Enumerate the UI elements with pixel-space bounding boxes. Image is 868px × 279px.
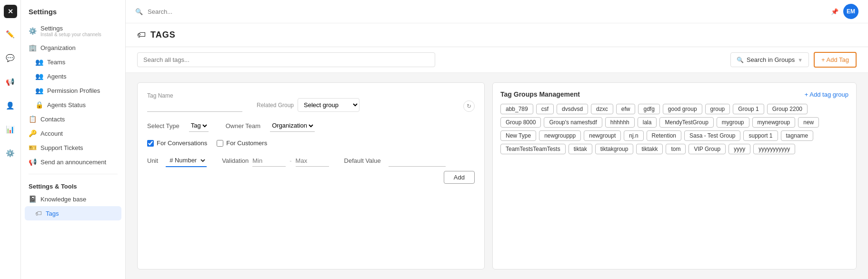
tag-group-chip[interactable]: support 1: [743, 130, 778, 141]
search-icon: 🔍: [135, 8, 143, 15]
contacts-nav-icon: 📋: [29, 115, 37, 123]
chevron-down-icon: ▼: [798, 57, 803, 63]
tag-group-chip[interactable]: hhhhhh: [605, 117, 635, 128]
account-label: Account: [40, 130, 63, 137]
related-group-label: Related Group: [257, 102, 294, 109]
type-select[interactable]: Tag: [189, 120, 209, 132]
tag-group-chip[interactable]: Group 1: [733, 104, 764, 114]
for-customers-checkbox[interactable]: [217, 140, 223, 147]
min-input[interactable]: [252, 155, 286, 167]
sidebar-item-tags[interactable]: 🏷 Tags: [25, 206, 121, 220]
sidebar-item-settings[interactable]: ⚙️ Settings Install & setup your channel…: [21, 21, 125, 40]
icon-bar: ✕ ✏️ 💬 📢 👤 📊 ⚙️: [0, 0, 21, 279]
tag-group-chip[interactable]: nj.n: [624, 130, 643, 141]
global-search-input[interactable]: [148, 8, 826, 15]
tag-group-chip[interactable]: Group's namesfsdf: [544, 117, 602, 128]
search-in-groups-button[interactable]: 🔍 Search in Groups ▼: [730, 52, 809, 67]
sidebar-item-account[interactable]: 🔑 Account: [21, 126, 125, 140]
add-tag-group-link[interactable]: + Add tag group: [805, 91, 848, 98]
sidebar-item-teams[interactable]: 👥 Teams: [21, 55, 125, 69]
tag-group-chip[interactable]: newgroupt: [584, 130, 621, 141]
avatar: EM: [843, 4, 858, 19]
sidebar-item-agents[interactable]: 👥 Agents: [21, 69, 125, 83]
contacts-label: Contacts: [40, 116, 65, 123]
tag-group-chip[interactable]: efw: [616, 104, 636, 114]
tag-group-chip[interactable]: Group 2200: [767, 104, 808, 114]
search-tags-input[interactable]: [137, 52, 435, 67]
tag-groups-title: Tag Groups Management: [500, 90, 580, 98]
select-type-label: Select Type: [147, 122, 180, 130]
unit-select[interactable]: # Number: [166, 154, 207, 167]
tag-group-chip[interactable]: tagname: [781, 130, 814, 141]
tag-group-chip[interactable]: Group 8000: [500, 117, 541, 128]
tag-group-chip[interactable]: gdfg: [638, 104, 659, 114]
tag-group-chip[interactable]: csf: [536, 104, 554, 114]
tag-group-chip[interactable]: abb_789: [500, 104, 533, 114]
sidebar-item-knowledge-base[interactable]: 📓 Knowledge base: [21, 192, 125, 206]
tag-group-chip[interactable]: yyyyyyyyyyy: [753, 144, 795, 154]
tag-group-chip[interactable]: dvsdvsd: [557, 104, 588, 114]
owner-team-label: Owner Team: [226, 122, 260, 130]
tag-name-field: Tag Name: [147, 92, 242, 112]
tag-group-chip[interactable]: VIP Group: [688, 144, 726, 154]
form-close-button[interactable]: ↻: [463, 100, 475, 112]
settings-label: Settings: [40, 25, 101, 32]
edit-icon-btn[interactable]: ✏️: [3, 27, 18, 42]
tag-group-chip[interactable]: MendyTestGroup: [659, 117, 713, 128]
chart-icon-btn[interactable]: 📊: [3, 122, 18, 137]
chat-icon-btn[interactable]: 💬: [3, 50, 18, 66]
tag-group-chip[interactable]: group: [705, 104, 730, 114]
tag-group-chip[interactable]: lala: [638, 117, 657, 128]
sidebar-item-organization[interactable]: 🏢 Organization: [21, 40, 125, 55]
sidebar-item-send-announcement[interactable]: 📢 Send an announcement: [21, 155, 125, 169]
tag-group-chip[interactable]: new: [798, 117, 819, 128]
settings-icon-btn[interactable]: ⚙️: [3, 146, 18, 161]
contacts-icon-btn[interactable]: 👤: [3, 98, 18, 113]
for-conversations-checkbox[interactable]: [147, 140, 154, 147]
tag-group-chip[interactable]: mygroup: [717, 117, 749, 128]
form-row-3: For Conversations For Customers: [147, 140, 475, 147]
tag-group-chip[interactable]: yyyy: [728, 144, 750, 154]
knowledge-base-icon: 📓: [29, 195, 37, 203]
pin-icon: 📌: [831, 8, 838, 15]
sidebar-item-support-tickets[interactable]: 🎫 Support Tickets: [21, 140, 125, 155]
org-label: Organization: [40, 44, 76, 51]
tag-group-chip[interactable]: tiktakk: [636, 144, 663, 154]
for-conversations-checkbox-label[interactable]: For Conversations: [147, 140, 207, 147]
tag-group-chip[interactable]: Sasa - Test Group: [684, 130, 741, 141]
sidebar-item-agents-status[interactable]: 🔒 Agents Status: [21, 98, 125, 112]
permission-icon: 👥: [35, 87, 43, 94]
form-add-button[interactable]: Add: [444, 171, 475, 184]
tag-group-chip[interactable]: New Type: [500, 130, 536, 141]
tag-group-chip[interactable]: TeamTestsTeamTests: [500, 144, 566, 154]
default-value-label: Default Value: [344, 157, 381, 164]
tag-group-chip[interactable]: tiktakgroup: [595, 144, 634, 154]
max-input[interactable]: [296, 155, 329, 167]
agents-status-label: Agents Status: [47, 101, 86, 109]
related-group-field: Related Group Select group: [257, 98, 359, 112]
megaphone-icon-btn[interactable]: 📢: [3, 74, 18, 90]
tag-header-icon: 🏷: [137, 30, 146, 40]
tag-name-input[interactable]: [147, 100, 242, 112]
default-value-input[interactable]: [389, 155, 446, 167]
tag-group-chip[interactable]: good group: [663, 104, 702, 114]
for-customers-checkbox-label[interactable]: For Customers: [217, 140, 267, 147]
sidebar-item-contacts[interactable]: 📋 Contacts: [21, 112, 125, 126]
tag-group-chip[interactable]: tiktak: [569, 144, 592, 154]
settings-tools-title: Settings & Tools: [21, 179, 125, 192]
page-title: TAGS: [150, 30, 176, 40]
tag-group-chip[interactable]: newgrouppp: [539, 130, 581, 141]
announcement-icon: 📢: [29, 158, 37, 166]
tag-group-chip[interactable]: dzxc: [591, 104, 613, 114]
tag-group-chip[interactable]: mynewgroup: [752, 117, 796, 128]
owner-team-select[interactable]: Organization: [270, 120, 315, 132]
add-tag-button[interactable]: + Add Tag: [814, 52, 857, 68]
tag-group-chip[interactable]: tom: [666, 144, 686, 154]
sidebar-item-permission-profiles[interactable]: 👥 Permission Profiles: [21, 83, 125, 98]
unit-label: Unit: [147, 157, 158, 164]
page-header: 🏷 TAGS: [126, 23, 868, 47]
search-in-groups-label: Search in Groups: [747, 56, 795, 63]
tag-group-chip[interactable]: Retention: [647, 130, 681, 141]
related-group-select[interactable]: Select group: [298, 98, 359, 112]
content-area: Tag Name Related Group Select group ↻: [126, 73, 868, 279]
